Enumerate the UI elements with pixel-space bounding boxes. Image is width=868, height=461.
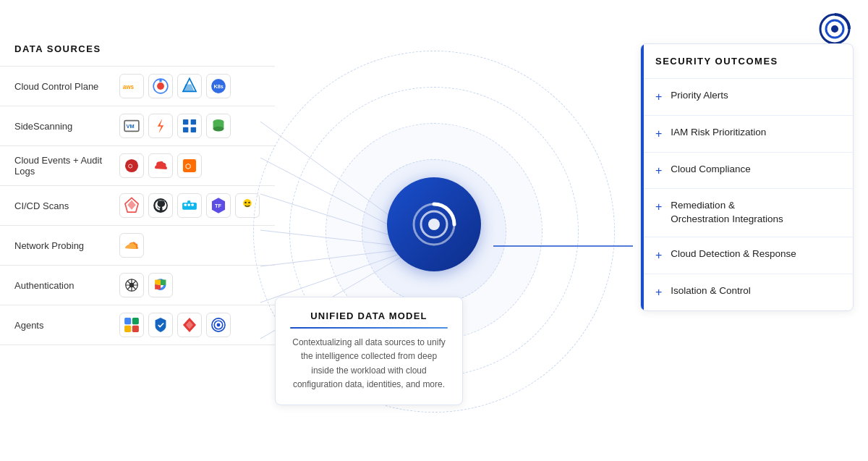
plus-icon-iam-risk: + xyxy=(655,127,662,142)
db-icon xyxy=(206,114,231,138)
red-circle-icon: ⬡ xyxy=(119,153,144,178)
ds-label-sidescanning: SideScanning xyxy=(14,121,119,132)
so-row-isolation[interactable]: + Isolation & Control xyxy=(641,274,853,310)
so-row-cloud-compliance[interactable]: + Cloud Compliance xyxy=(641,153,853,190)
github-icon xyxy=(148,193,173,218)
svg-point-28 xyxy=(213,127,224,132)
ds-label-cloud-control: Cloud Control Plane xyxy=(14,81,119,92)
docker-icon xyxy=(177,193,202,218)
google2-icon xyxy=(119,313,144,337)
so-label-priority-alerts: Priority Alerts xyxy=(671,89,728,103)
svg-rect-14 xyxy=(159,79,161,82)
svg-rect-23 xyxy=(191,119,196,124)
svg-point-10 xyxy=(831,25,838,33)
okta-icon xyxy=(119,273,144,297)
so-label-cloud-compliance: Cloud Compliance xyxy=(671,163,750,177)
flash-icon xyxy=(148,114,173,138)
svg-text:TF: TF xyxy=(215,203,222,209)
unified-data-model-title: UNIFIED DATA MODEL xyxy=(290,310,448,321)
google-icon xyxy=(148,273,173,297)
plus-icon-cloud-detection: + xyxy=(655,248,662,263)
security-outcomes-title: SECURITY OUTCOMES xyxy=(641,44,853,79)
ds-label-network: Network Probing xyxy=(14,240,119,251)
svg-point-61 xyxy=(428,219,440,230)
info-box-divider xyxy=(290,327,448,329)
svg-rect-39 xyxy=(191,204,193,206)
plus-icon-remediation: + xyxy=(655,200,662,215)
svg-point-13 xyxy=(157,83,164,90)
shield-icon xyxy=(148,313,173,337)
svg-rect-22 xyxy=(183,119,188,124)
red-agent-icon xyxy=(177,313,202,337)
ds-label-cloud-events: Cloud Events + Audit Logs xyxy=(14,155,119,177)
svg-text:K8s: K8s xyxy=(213,83,224,90)
ds-icons-auth xyxy=(119,273,173,297)
so-label-iam-risk: IAM Risk Prioritization xyxy=(671,126,766,140)
svg-marker-34 xyxy=(127,200,136,210)
svg-rect-40 xyxy=(188,200,190,203)
so-row-cloud-detection[interactable]: + Cloud Detection & Response xyxy=(641,237,853,274)
svg-text:⬡: ⬡ xyxy=(185,163,191,170)
security-outcomes-panel: SECURITY OUTCOMES + Priority Alerts + IA… xyxy=(640,43,854,311)
red-cloud-icon xyxy=(148,153,173,178)
svg-text:VM: VM xyxy=(127,123,135,130)
svg-rect-54 xyxy=(124,326,131,332)
k8s-icon: K8s xyxy=(206,74,231,98)
lacework-agent-icon xyxy=(206,313,231,337)
terraform-icon: TF xyxy=(206,193,231,218)
plus-icon-priority-alerts: + xyxy=(655,90,662,105)
orange-box-icon: ⬡ xyxy=(177,153,202,178)
azure-icon xyxy=(177,74,202,98)
argo-icon xyxy=(119,193,144,218)
ds-icons-agents xyxy=(119,313,231,337)
ds-icons-network xyxy=(119,233,144,258)
ds-label-cicd: CI/CD Scans xyxy=(14,200,119,211)
svg-point-58 xyxy=(217,323,221,327)
so-row-priority-alerts[interactable]: + Priority Alerts xyxy=(641,79,853,116)
plus-icon-cloud-compliance: + xyxy=(655,164,662,179)
top-logo xyxy=(819,13,851,45)
so-label-cloud-detection: Cloud Detection & Response xyxy=(671,248,796,261)
svg-rect-55 xyxy=(132,326,139,332)
svg-point-51 xyxy=(129,283,135,288)
svg-rect-38 xyxy=(188,204,190,206)
svg-marker-21 xyxy=(158,119,163,133)
unified-data-model-description: Contextualizing all data sources to unif… xyxy=(290,336,448,392)
gcp-icon xyxy=(148,74,173,98)
central-area: UNIFIED DATA MODEL Contextualizing all d… xyxy=(231,36,637,427)
cloudflare-icon xyxy=(119,233,144,258)
grid-icon xyxy=(177,114,202,138)
center-circle xyxy=(387,177,481,271)
svg-rect-52 xyxy=(124,318,131,324)
svg-rect-25 xyxy=(191,127,196,132)
ds-icons-cloud-control: aws K8s xyxy=(119,74,231,98)
ds-icons-cloud-events: ⬡ ⬡ xyxy=(119,153,202,178)
so-row-iam-risk[interactable]: + IAM Risk Prioritization xyxy=(641,116,853,153)
svg-text:aws: aws xyxy=(123,84,135,90)
unified-data-model-box: UNIFIED DATA MODEL Contextualizing all d… xyxy=(275,297,463,405)
so-label-remediation: Remediation &Orchestration Integrations xyxy=(671,199,783,227)
svg-rect-36 xyxy=(182,203,197,210)
vm-icon: VM xyxy=(119,114,144,138)
svg-rect-37 xyxy=(184,204,187,206)
svg-rect-24 xyxy=(183,127,188,132)
so-label-isolation: Isolation & Control xyxy=(671,284,750,298)
ds-label-agents: Agents xyxy=(14,320,119,331)
svg-text:⬡: ⬡ xyxy=(128,163,132,169)
ds-icons-sidescanning: VM xyxy=(119,114,231,138)
so-row-remediation[interactable]: + Remediation &Orchestration Integration… xyxy=(641,189,853,237)
ds-label-auth: Authentication xyxy=(14,280,119,291)
aws-icon: aws xyxy=(119,74,144,98)
svg-rect-53 xyxy=(132,318,139,324)
plus-icon-isolation: + xyxy=(655,285,662,300)
